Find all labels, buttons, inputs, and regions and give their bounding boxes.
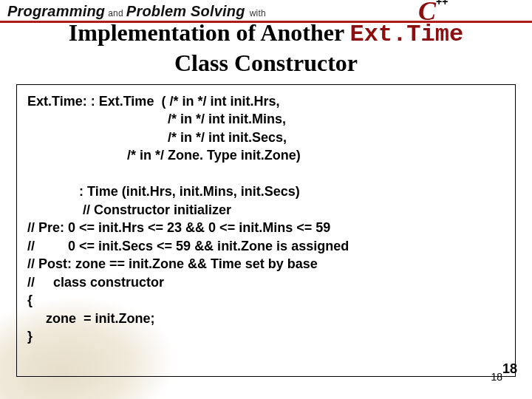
- banner-problem-solving: Problem Solving: [126, 3, 245, 20]
- code-block: Ext.Time: : Ext.Time ( /* in */ int init…: [27, 92, 505, 346]
- banner-underline: [0, 21, 532, 23]
- slide-title: Implementation of Another Ext.Time Class…: [0, 18, 532, 77]
- code-line: }: [27, 329, 33, 344]
- logo-plus-plus: ++: [436, 0, 448, 5]
- page-number-large: 18: [502, 361, 517, 377]
- page-number-small: 18: [491, 371, 502, 383]
- code-line: Ext.Time: : Ext.Time ( /* in */ int init…: [27, 94, 279, 109]
- banner-and: and: [108, 8, 123, 18]
- title-prefix: Implementation of Another: [69, 19, 350, 46]
- logo-c: C: [418, 0, 436, 27]
- code-line: /* in */ Zone. Type init.Zone): [27, 148, 301, 163]
- code-line: // 0 <= init.Secs <= 59 && init.Zone is …: [27, 239, 349, 253]
- banner-with: with: [248, 8, 266, 18]
- code-line: // Post: zone == init.Zone && Time set b…: [27, 256, 318, 271]
- book-banner: Programming and Problem Solving with: [0, 0, 532, 22]
- code-line: // Constructor initializer: [27, 202, 231, 217]
- banner-programming: Programming: [7, 3, 105, 20]
- code-line: // Pre: 0 <= init.Hrs <= 23 && 0 <= init…: [27, 220, 330, 235]
- code-line: /* in */ int init.Mins,: [27, 112, 286, 126]
- code-line: {: [27, 293, 33, 307]
- code-line: zone = init.Zone;: [27, 311, 155, 326]
- banner-text: Programming and Problem Solving with: [0, 3, 266, 20]
- code-line: // class constructor: [27, 275, 164, 290]
- title-line-2: Class Constructor: [0, 50, 532, 77]
- code-line: /* in */ int init.Secs,: [27, 130, 287, 145]
- code-frame: Ext.Time: : Ext.Time ( /* in */ int init…: [16, 84, 516, 377]
- cpp-logo-icon: C ++: [418, 0, 452, 25]
- code-line: : Time (init.Hrs, init.Mins, init.Secs): [27, 184, 300, 199]
